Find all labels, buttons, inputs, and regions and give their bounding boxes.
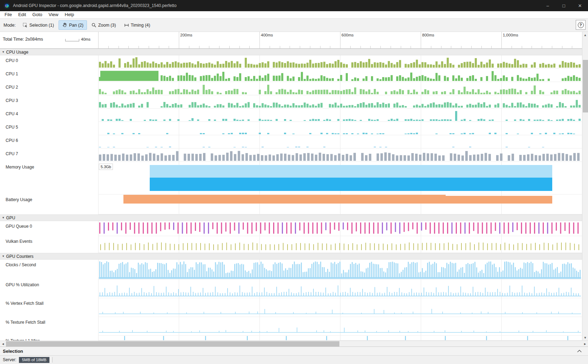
ruler-scale[interactable]: 200ms400ms600ms800ms1,000ms1,200ms (98, 32, 582, 48)
ruler-minor-tick (572, 46, 572, 48)
section-header-gpu[interactable]: ▾GPU (0, 214, 582, 221)
track-row-gpu-utilization: GPU % Utilization (0, 280, 582, 298)
track-canvas-vertex-fetch-stall[interactable] (98, 298, 582, 317)
ruler-minor-tick (300, 46, 300, 48)
scroll-right-icon[interactable]: ▸ (582, 341, 588, 346)
section-label: CPU Usage (6, 50, 28, 55)
track-canvas-clocks-second[interactable] (98, 260, 582, 280)
menu-edit[interactable]: Edit (15, 11, 29, 18)
ruler-minor-tick (169, 46, 169, 48)
section-header-cpu-usage[interactable]: ▾CPU Usage (0, 49, 582, 55)
selection-mode-button[interactable]: Selection (1) (19, 21, 58, 30)
menu-help[interactable]: Help (62, 11, 77, 18)
close-button[interactable]: ✕ (572, 0, 588, 11)
toolbar: Mode: Selection (1)Pan (2)Zoom (3)Timing… (0, 18, 588, 32)
window-title: Android GPU Inspector - com.google.andro… (13, 3, 176, 8)
track-label: GPU % Utilization (0, 280, 98, 298)
ruler-major-tick (259, 32, 260, 48)
track-canvas-gpu-utilization[interactable] (98, 280, 582, 298)
track-label: CPU 3 (0, 95, 98, 109)
ruler-minor-tick (512, 46, 512, 48)
zoom-icon (92, 23, 96, 28)
ruler-minor-tick (441, 46, 441, 48)
track-canvas-memory-usage[interactable] (98, 162, 582, 194)
track-canvas-cpu-2[interactable] (98, 82, 582, 95)
ruler-minor-tick (401, 46, 401, 48)
track-canvas-cpu-3[interactable] (98, 95, 582, 109)
track-label: % Texture L1 Miss (0, 336, 98, 341)
track-canvas-texture-fetch-stall[interactable] (98, 317, 582, 336)
ruler-minor-tick (119, 46, 119, 48)
track-row-battery-usage: Battery Usage (0, 194, 582, 214)
selection-panel-header[interactable]: Selection (0, 346, 588, 355)
track-canvas-vulkan-events[interactable] (98, 236, 582, 253)
ruler-minor-tick (471, 46, 472, 48)
track-canvas-cpu-7[interactable] (98, 149, 582, 162)
horizontal-scroll-thumb[interactable] (6, 341, 339, 346)
mode-button-label: Pan (2) (69, 23, 83, 28)
track-canvas-cpu-4[interactable] (98, 109, 582, 122)
track-label: Memory Usage (0, 162, 98, 194)
ruler-minor-tick (199, 46, 200, 48)
ruler-tick-label: 600ms (342, 33, 354, 37)
track-label: CPU 5 (0, 122, 98, 135)
track-row-cpu-7: CPU 7 (0, 149, 582, 162)
ruler-minor-tick (189, 46, 189, 48)
section-header-gpu-counters[interactable]: ▾GPU Counters (0, 253, 582, 260)
status-separator (52, 357, 53, 363)
memory-value-label: 5.3Gb (99, 164, 113, 170)
track-label: % Vertex Fetch Stall (0, 298, 98, 317)
track-row-cpu-4: CPU 4 (0, 109, 582, 122)
track-canvas-cpu-0[interactable] (98, 55, 582, 69)
menu-file[interactable]: File (1, 11, 15, 18)
ruler-minor-tick (350, 46, 351, 48)
track-canvas-cpu-5[interactable] (98, 122, 582, 135)
ruler-minor-tick (239, 46, 240, 48)
track-row-clocks-second: Clocks / Second (0, 260, 582, 280)
vertical-scroll-thumb[interactable] (583, 60, 588, 112)
mode-label: Mode: (4, 23, 16, 28)
mode-buttons: Selection (1)Pan (2)Zoom (3)Timing (4) (19, 20, 154, 30)
track-row-vertex-fetch-stall: % Vertex Fetch Stall (0, 298, 582, 317)
help-button[interactable]: ? (576, 20, 586, 30)
track-label: CPU 2 (0, 82, 98, 95)
window-controls: – □ ✕ (540, 0, 588, 11)
ruler-tick-label: 200ms (180, 33, 192, 37)
track-row-cpu-3: CPU 3 (0, 95, 582, 109)
track-canvas-cpu-1[interactable] (98, 69, 582, 82)
maximize-button[interactable]: □ (556, 0, 572, 11)
ruler-minor-tick (391, 46, 391, 48)
scale-indicator: 40ms (65, 37, 90, 41)
track-label: Battery Usage (0, 194, 98, 214)
vertical-scrollbar[interactable]: ▲ ▼ (582, 32, 588, 341)
ruler-minor-tick (370, 46, 371, 48)
horizontal-scrollbar[interactable]: ◂ ▸ (0, 341, 588, 346)
statusbar: Server: 5MB of 18MB (0, 355, 588, 364)
timing-mode-button[interactable]: Timing (4) (121, 21, 154, 30)
scroll-down-icon[interactable]: ▼ (582, 335, 588, 341)
pan-mode-button[interactable]: Pan (2) (59, 20, 87, 30)
ruler-minor-tick (219, 46, 219, 48)
track-row-cpu-0: CPU 0 (0, 55, 582, 69)
track-canvas-texture-l1-miss[interactable] (98, 336, 582, 341)
ruler-minor-tick (552, 46, 552, 48)
menu-view[interactable]: View (46, 11, 62, 18)
track-label: Vulkan Events (0, 236, 98, 253)
track-label: GPU Queue 0 (0, 221, 98, 236)
track-label: CPU 4 (0, 109, 98, 122)
zoom-mode-button[interactable]: Zoom (3) (88, 21, 120, 30)
minimize-button[interactable]: – (540, 0, 556, 11)
track-label: Clocks / Second (0, 260, 98, 280)
track-label: CPU 7 (0, 149, 98, 162)
track-row-gpu-queue-0: GPU Queue 0 (0, 221, 582, 236)
track-canvas-cpu-6[interactable] (98, 135, 582, 149)
ruler-major-tick (421, 32, 421, 48)
collapse-panel-icon[interactable] (577, 350, 582, 352)
section-label: GPU Counters (6, 254, 34, 259)
scroll-up-icon[interactable]: ▲ (582, 32, 588, 38)
scroll-left-icon[interactable]: ◂ (0, 341, 6, 346)
track-canvas-battery-usage[interactable] (98, 194, 582, 214)
ruler-tick-label: 1,000ms (503, 33, 518, 37)
menu-goto[interactable]: Goto (29, 11, 45, 18)
track-canvas-gpu-queue-0[interactable] (98, 221, 582, 236)
